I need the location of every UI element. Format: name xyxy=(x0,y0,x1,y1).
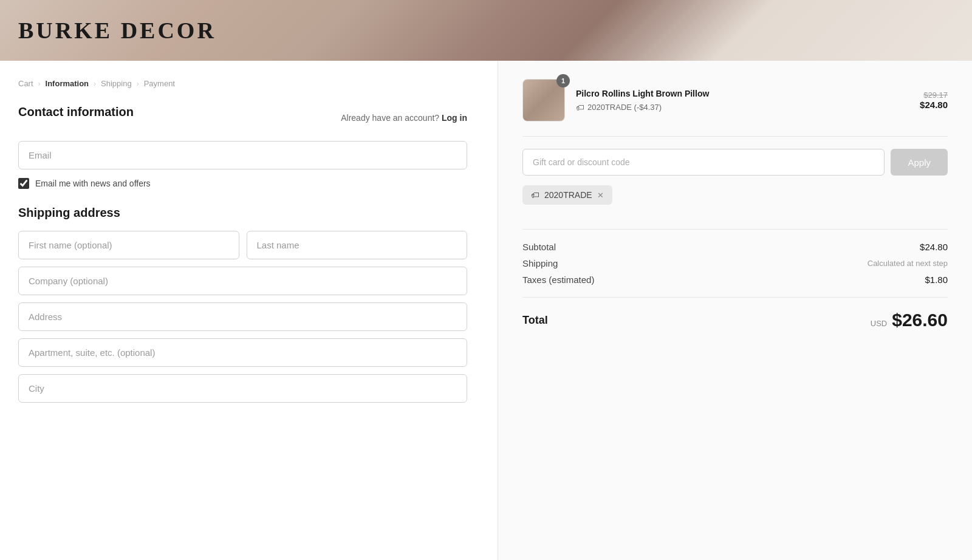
newsletter-label[interactable]: Email me with news and offers xyxy=(35,179,151,188)
checkout-form-panel: Cart › Information › Shipping › Payment … xyxy=(0,61,498,560)
breadcrumb-sep-2: › xyxy=(94,80,96,88)
shipping-value: Calculated at next step xyxy=(868,259,948,268)
email-input-group xyxy=(18,141,467,169)
product-info: Pilcro Rollins Light Brown Pillow 🏷 2020… xyxy=(576,88,909,112)
discount-tag-icon: 🏷 xyxy=(576,103,584,112)
city-input[interactable] xyxy=(18,374,467,403)
total-price: $26.60 xyxy=(892,310,948,330)
newsletter-checkbox[interactable] xyxy=(18,178,29,189)
divider-2 xyxy=(522,229,948,230)
product-quantity-badge: 1 xyxy=(556,74,570,87)
address-input[interactable] xyxy=(18,302,467,331)
product-image-wrap: 1 xyxy=(522,79,565,121)
remove-discount-button[interactable]: ✕ xyxy=(597,191,604,200)
product-discount-code: 2020TRADE (-$4.37) xyxy=(587,103,662,112)
address-input-group xyxy=(18,302,467,331)
shipping-label: Shipping xyxy=(522,258,558,268)
active-discount-tag: 🏷 2020TRADE ✕ xyxy=(522,185,612,205)
shipping-section-title: Shipping address xyxy=(18,206,467,220)
total-final-row: Total USD $26.60 xyxy=(522,310,948,330)
active-discount-code: 2020TRADE xyxy=(544,190,592,200)
product-price-wrap: $29.17 $24.80 xyxy=(920,90,948,110)
gift-card-input[interactable] xyxy=(522,149,885,176)
product-name: Pilcro Rollins Light Brown Pillow xyxy=(576,88,909,100)
taxes-row: Taxes (estimated) $1.80 xyxy=(522,275,948,285)
company-input-group xyxy=(18,267,467,295)
breadcrumb: Cart › Information › Shipping › Payment xyxy=(18,79,467,88)
taxes-value: $1.80 xyxy=(925,275,948,285)
total-price-wrap: USD $26.60 xyxy=(871,310,948,330)
company-input[interactable] xyxy=(18,267,467,295)
breadcrumb-information: Information xyxy=(46,79,89,88)
last-name-input[interactable] xyxy=(247,231,468,259)
contact-section-title: Contact information xyxy=(18,105,134,119)
order-summary-panel: 1 Pilcro Rollins Light Brown Pillow 🏷 20… xyxy=(498,61,972,560)
subtotal-value: $24.80 xyxy=(920,242,948,252)
account-prompt: Already have an account? Log in xyxy=(341,113,467,123)
newsletter-checkbox-row: Email me with news and offers xyxy=(18,178,467,189)
breadcrumb-cart[interactable]: Cart xyxy=(18,79,33,88)
divider-3 xyxy=(522,297,948,298)
product-current-price: $24.80 xyxy=(920,100,948,110)
divider-1 xyxy=(522,136,948,137)
login-link[interactable]: Log in xyxy=(442,113,467,123)
subtotal-row: Subtotal $24.80 xyxy=(522,242,948,252)
discount-tag-icon2: 🏷 xyxy=(531,190,539,200)
name-row xyxy=(18,231,467,259)
apartment-input-group xyxy=(18,338,467,367)
main-layout: Cart › Information › Shipping › Payment … xyxy=(0,61,972,560)
site-header: BURKE DECOR xyxy=(0,0,972,61)
total-label: Total xyxy=(522,314,548,327)
product-card: 1 Pilcro Rollins Light Brown Pillow 🏷 20… xyxy=(522,79,948,121)
gift-card-row: Apply xyxy=(522,149,948,176)
contact-header-row: Contact information Already have an acco… xyxy=(18,105,467,130)
first-name-input[interactable] xyxy=(18,231,239,259)
breadcrumb-payment[interactable]: Payment xyxy=(144,79,175,88)
breadcrumb-shipping[interactable]: Shipping xyxy=(101,79,132,88)
total-currency: USD xyxy=(871,319,887,328)
email-input[interactable] xyxy=(18,141,467,169)
breadcrumb-sep-3: › xyxy=(137,80,139,88)
site-logo: BURKE DECOR xyxy=(18,17,216,44)
product-discount-row: 🏷 2020TRADE (-$4.37) xyxy=(576,103,909,112)
taxes-label: Taxes (estimated) xyxy=(522,275,594,285)
product-original-price: $29.17 xyxy=(920,90,948,100)
apply-button[interactable]: Apply xyxy=(891,149,948,176)
subtotal-label: Subtotal xyxy=(522,242,556,252)
city-input-group xyxy=(18,374,467,403)
breadcrumb-sep-1: › xyxy=(38,80,41,88)
apartment-input[interactable] xyxy=(18,338,467,367)
shipping-row: Shipping Calculated at next step xyxy=(522,258,948,268)
